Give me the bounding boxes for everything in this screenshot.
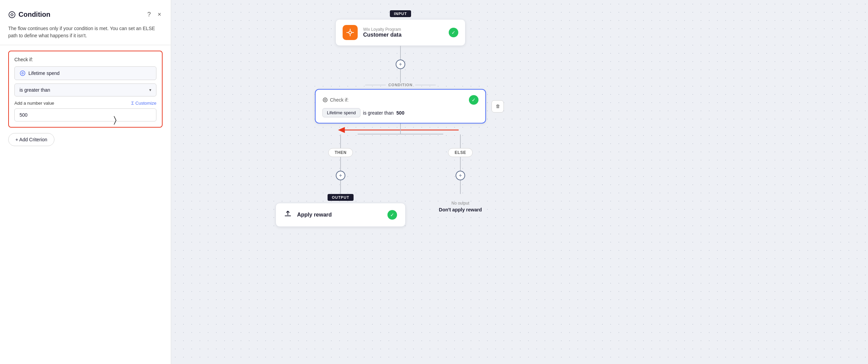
add-criterion-button[interactable]: + Add Criterion	[8, 133, 54, 146]
condition-node: Check if: ✓ Lifetime spend is greater th…	[315, 89, 486, 124]
sigma-icon: Σ	[131, 101, 134, 106]
condition-node-title: Check if:	[322, 97, 348, 103]
condition-box: Check if: Lifetime spend is greater than…	[8, 51, 163, 128]
else-v-line-3	[460, 180, 461, 194]
connector-line-1	[400, 46, 401, 60]
then-plus-button[interactable]: +	[336, 171, 345, 180]
value-input[interactable]	[14, 108, 156, 121]
trash-icon: 🗑	[496, 104, 500, 109]
no-output-label: No output	[451, 201, 469, 206]
then-branch: THEN + OUTPUT Appl	[264, 134, 400, 227]
condition-check-if: Check if:	[330, 97, 348, 103]
input-badge: INPUT	[390, 10, 411, 17]
operator-label: is greater than	[20, 87, 50, 93]
flow-canvas: INPUT Wix Loyalty Program Customer data …	[171, 0, 868, 364]
input-node-info: Wix Loyalty Program Customer data	[363, 27, 443, 38]
condition-badge: CONDITION	[388, 83, 413, 87]
field-label: Lifetime spend	[28, 70, 60, 76]
customize-link[interactable]: Σ Customize	[131, 101, 156, 106]
app-icon	[343, 25, 358, 40]
delete-button[interactable]: 🗑	[492, 100, 504, 113]
value-section: Add a number value Σ Customize	[14, 101, 156, 106]
condition-check-icon: ✓	[469, 95, 478, 105]
svg-point-5	[349, 31, 351, 34]
panel-actions: ? ×	[146, 10, 163, 20]
output-node: Apply reward ✓	[276, 203, 406, 227]
else-branch: ELSE + No output Don't apply reward	[400, 134, 537, 212]
condition-line-left	[365, 85, 386, 85]
panel-header: Condition ? ×	[8, 10, 163, 20]
then-badge: THEN	[328, 148, 353, 157]
branch-top-line	[400, 124, 401, 134]
branch-h-container	[315, 134, 486, 134]
svg-rect-7	[285, 216, 291, 216]
condition-node-wrapper: CONDITION Check if: ✓	[315, 83, 486, 124]
svg-point-6	[323, 98, 327, 102]
output-node-info: Apply reward	[297, 212, 382, 218]
output-node-wrapper: OUTPUT Apply reward ✓	[276, 194, 406, 227]
branch-top	[315, 124, 486, 134]
condition-node-container: Check if: ✓ Lifetime spend is greater th…	[315, 89, 486, 124]
operator-select[interactable]: is greater than ▾	[14, 83, 156, 96]
panel-title-group: Condition	[8, 11, 50, 18]
add-criterion-label: + Add Criterion	[15, 137, 47, 142]
input-node-wrapper: INPUT Wix Loyalty Program Customer data …	[335, 10, 465, 46]
close-button[interactable]: ×	[156, 10, 163, 20]
help-button[interactable]: ?	[146, 10, 152, 20]
condition-line-right	[415, 85, 436, 85]
no-output-section: No output Don't apply reward	[439, 194, 482, 212]
value-label: Add a number value	[14, 101, 54, 106]
svg-point-1	[20, 71, 25, 76]
branch-h-line	[358, 134, 443, 134]
output-badge: OUTPUT	[328, 194, 353, 201]
branches: THEN + OUTPUT Appl	[264, 134, 537, 227]
condition-label-row: CONDITION	[365, 83, 436, 87]
panel-description: The flow continues only if your conditio…	[8, 25, 163, 39]
condition-value: 500	[396, 110, 404, 116]
else-v-line-2	[460, 157, 461, 171]
check-if-label: Check if:	[14, 57, 156, 62]
input-check-icon: ✓	[449, 28, 458, 37]
no-output-title: Don't apply reward	[439, 207, 482, 212]
condition-panel: Condition ? × The flow continues only if…	[0, 0, 171, 364]
condition-operator-text: is greater than	[363, 110, 394, 116]
condition-icon	[8, 11, 16, 18]
output-node-title: Apply reward	[297, 212, 382, 218]
output-check-icon: ✓	[387, 210, 397, 220]
then-v-line-3	[340, 180, 341, 194]
field-selector[interactable]: Lifetime spend	[14, 66, 156, 80]
input-node-title: Customer data	[363, 32, 443, 38]
connector-line-2	[400, 69, 401, 83]
condition-node-content: Lifetime spend is greater than 500	[322, 108, 478, 117]
then-v-line	[340, 134, 341, 148]
else-v-line	[460, 134, 461, 148]
panel-divider	[0, 45, 171, 45]
plus-button-1[interactable]: +	[396, 60, 405, 69]
flow-diagram: INPUT Wix Loyalty Program Customer data …	[246, 10, 554, 227]
then-v-line-2	[340, 157, 341, 171]
else-badge: ELSE	[448, 148, 472, 157]
svg-point-0	[9, 12, 15, 18]
field-icon	[20, 70, 26, 76]
input-node: Wix Loyalty Program Customer data ✓	[335, 19, 465, 46]
chevron-down-icon: ▾	[149, 88, 151, 92]
upload-icon	[284, 210, 292, 220]
customize-label: Customize	[136, 101, 156, 106]
condition-node-icon	[322, 97, 328, 103]
input-app-name: Wix Loyalty Program	[363, 27, 443, 32]
panel-title: Condition	[18, 11, 50, 18]
else-plus-button[interactable]: +	[456, 171, 465, 180]
condition-field-tag: Lifetime spend	[322, 108, 360, 117]
condition-node-header: Check if: ✓	[322, 95, 478, 105]
